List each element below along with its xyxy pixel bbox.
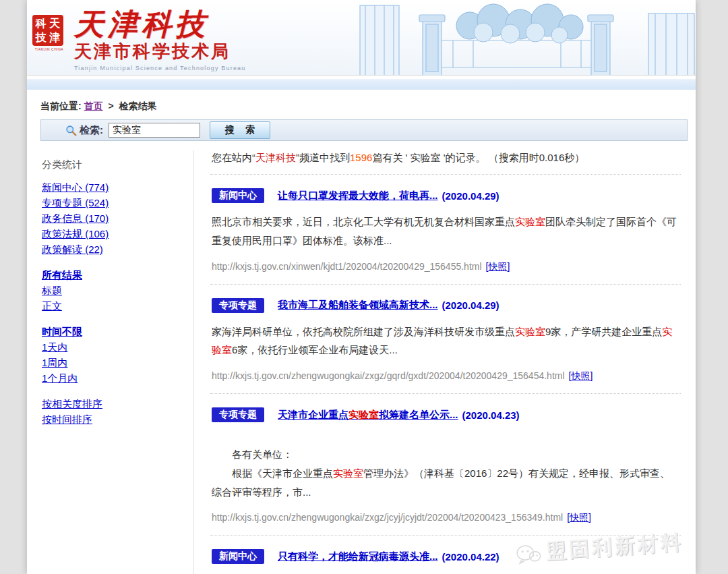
sidebar-list-item: 标题 xyxy=(42,285,187,296)
sidebar-sort-link[interactable]: 按相关度排序 xyxy=(42,398,102,409)
search-label: 检索: xyxy=(80,124,103,137)
sidebar-sort-link[interactable]: 按时间排序 xyxy=(42,413,92,425)
snippet-text: 照北京市相关要求，近日，北京化工大学有机无机复合材料国家重点 xyxy=(212,216,515,227)
result-category-badge: 专项专题 xyxy=(212,407,264,422)
result-category-badge: 专项专题 xyxy=(212,298,264,313)
result-url: http://kxjs.tj.gov.cn/zhengwugongkai/zxg… xyxy=(212,512,563,523)
snippet-text: 天津市企业重点 xyxy=(278,409,348,420)
keyword-highlight: 实验室 xyxy=(333,467,363,479)
category-list: 新闻中心 (774)专项专题 (524)政务信息 (170)政策法规 (106)… xyxy=(42,182,187,255)
keyword-highlight: 实验室 xyxy=(515,216,545,227)
seal-char: 科 xyxy=(34,17,48,30)
seal-char: 津 xyxy=(49,31,62,45)
result-url: http://kxjs.tj.gov.cn/xinwen/kjdt1/20200… xyxy=(212,261,482,272)
result-url-row: http://kxjs.tj.gov.cn/xinwen/kjdt1/20200… xyxy=(212,261,681,273)
sort-list: 按相关度排序按时间排序 xyxy=(42,399,187,425)
sidebar-list-item: 专项专题 (524) xyxy=(42,198,187,208)
snippet-text: 6家，依托行业领军企业布局建设天... xyxy=(232,344,398,355)
sidebar-list-item: 时间不限 xyxy=(42,326,187,337)
snippet-text: 家海洋局科研单位，依托高校院所组建了涉及海洋科技研发市级重点 xyxy=(212,326,515,337)
search-result-item: 新闻中心只有科学，才能给新冠病毒源头准...(2020.04.22)究论文，可称… xyxy=(210,536,681,574)
result-category-badge: 新闻中心 xyxy=(212,188,264,203)
result-snippet: 各有关单位：根据《天津市企业重点实验室管理办法》（津科基〔2016〕22号）有关… xyxy=(212,445,679,501)
sidebar-list-item: 1天内 xyxy=(42,342,187,353)
search-button[interactable]: 搜 索 xyxy=(210,121,270,139)
seal-logo-icon: 科天技津 TIANJIN CHINA xyxy=(32,15,66,51)
sidebar-category-link[interactable]: 政策解读 (22) xyxy=(42,243,103,255)
result-snippet: 家海洋局科研单位，依托高校院所组建了涉及海洋科技研发市级重点实验室9家，产学研共… xyxy=(212,322,679,360)
sidebar-time-filter-link[interactable]: 1周内 xyxy=(42,357,67,368)
result-title-link[interactable]: 我市海工及船舶装备领域高新技术... xyxy=(278,299,438,312)
sidebar-stats-title: 分类统计 xyxy=(42,159,187,171)
sidebar-list-item: 1周内 xyxy=(42,357,187,368)
snippet-text: 9家，产学研共建企业重点 xyxy=(545,326,662,337)
sidebar: 分类统计 新闻中心 (774)专项专题 (524)政务信息 (170)政策法规 … xyxy=(27,150,194,574)
sidebar-list-item: 政策法规 (106) xyxy=(42,229,187,239)
sidebar-list-item: 政务信息 (170) xyxy=(42,213,187,224)
sidebar-category-link[interactable]: 政务信息 (170) xyxy=(42,212,109,224)
result-title-link[interactable]: 天津市企业重点实验室拟筹建名单公示... xyxy=(278,409,458,422)
breadcrumb-separator: > xyxy=(108,101,113,111)
search-result-item: 新闻中心让每只口罩发挥最大效能，荷电再...(2020.04.29)照北京市相关… xyxy=(210,175,681,285)
site-name: 天津科技 xyxy=(74,9,246,40)
sidebar-list-item: 政策解读 (22) xyxy=(42,244,187,255)
result-title-link[interactable]: 让每只口罩发挥最大效能，荷电再... xyxy=(278,190,438,202)
result-snippet: 照北京市相关要求，近日，北京化工大学有机无机复合材料国家重点实验室团队牵头制定了… xyxy=(212,212,679,250)
sidebar-scope-link[interactable]: 标题 xyxy=(42,285,62,296)
result-category-badge: 新闻中心 xyxy=(212,549,264,564)
result-date: (2020.04.23) xyxy=(462,409,520,421)
page: 科天技津 TIANJIN CHINA 天津科技 天津市科学技术局 Tianjin… xyxy=(27,0,696,574)
snippet-text: 让每只口罩发挥最大效能，荷电再... xyxy=(278,190,438,201)
snippet-text: 只有科学，才能给新冠病毒源头准... xyxy=(278,550,438,562)
search-results: 您在站内“天津科技”频道中找到1596篇有关 ' 实验室 '的记录。 （搜索用时… xyxy=(194,150,696,574)
snippet-text: 根据《天津市企业重点 xyxy=(232,467,333,479)
sidebar-time-filter-link[interactable]: 1个月内 xyxy=(42,372,78,384)
header-divider-band xyxy=(27,79,696,90)
breadcrumb-home-link[interactable]: 首页 xyxy=(84,101,103,111)
site-logo: 科天技津 TIANJIN CHINA 天津科技 天津市科学技术局 Tianjin… xyxy=(32,9,246,71)
result-date: (2020.04.22) xyxy=(442,551,499,563)
result-date: (2020.04.29) xyxy=(442,190,499,202)
sidebar-time-filter-link[interactable]: 时间不限 xyxy=(42,326,82,337)
result-date: (2020.04.29) xyxy=(442,299,499,311)
site-header: 科天技津 TIANJIN CHINA 天津科技 天津市科学技术局 Tianjin… xyxy=(27,0,696,76)
time-filter-list: 时间不限1天内1周内1个月内 xyxy=(42,326,187,384)
sidebar-list-item: 按相关度排序 xyxy=(42,399,187,409)
sidebar-list-item: 新闻中心 (774) xyxy=(42,182,187,193)
snapshot-link[interactable]: [快照] xyxy=(567,512,591,523)
sidebar-list-item: 按时间排序 xyxy=(42,414,187,425)
sidebar-time-filter-link[interactable]: 1天内 xyxy=(42,341,67,353)
keyword-highlight: 实验室 xyxy=(515,326,545,337)
snippet-text: 拟筹建名单公示... xyxy=(379,409,458,420)
snapshot-link[interactable]: [快照] xyxy=(569,370,593,381)
search-result-item: 专项专题天津市企业重点实验室拟筹建名单公示...(2020.04.23)各有关单… xyxy=(210,394,681,536)
sidebar-list-item: 所有结果 xyxy=(42,270,187,281)
content: 分类统计 新闻中心 (774)专项专题 (524)政务信息 (170)政策法规 … xyxy=(27,141,696,574)
breadcrumb-label: 当前位置: xyxy=(40,101,82,111)
sidebar-category-link[interactable]: 新闻中心 (774) xyxy=(42,181,109,193)
result-url: http://kxjs.tj.gov.cn/zhengwugongkai/zxg… xyxy=(212,370,565,381)
search-input[interactable] xyxy=(109,123,200,138)
results-summary: 您在站内“天津科技”频道中找到1596篇有关 ' 实验室 '的记录。 （搜索用时… xyxy=(210,150,681,175)
scope-list: 所有结果标题正文 xyxy=(42,270,187,312)
bureau-name: 天津市科学技术局 xyxy=(74,40,246,62)
seal-caption: TIANJIN CHINA xyxy=(32,47,66,51)
result-url-row: http://kxjs.tj.gov.cn/zhengwugongkai/zxg… xyxy=(212,512,681,524)
sidebar-category-link[interactable]: 政策法规 (106) xyxy=(42,228,109,239)
result-title-link[interactable]: 只有科学，才能给新冠病毒源头准... xyxy=(278,550,438,563)
sidebar-scope-link[interactable]: 所有结果 xyxy=(42,269,82,281)
sidebar-list-item: 1个月内 xyxy=(42,373,187,384)
keyword-highlight: 实验室 xyxy=(348,409,379,420)
bureau-name-english: Tianjin Municipal Science and Technology… xyxy=(74,65,246,71)
breadcrumb: 当前位置: 首页 > 检索结果 xyxy=(27,90,696,118)
building-sketch-image xyxy=(359,0,696,76)
snapshot-link[interactable]: [快照] xyxy=(486,261,510,272)
sidebar-list-item: 正文 xyxy=(42,301,187,312)
result-url-row: http://kxjs.tj.gov.cn/zhengwugongkai/zxg… xyxy=(212,370,681,382)
seal-char: 天 xyxy=(49,17,62,30)
sidebar-scope-link[interactable]: 正文 xyxy=(42,300,62,312)
snippet-text: 各有关单位： xyxy=(232,449,293,460)
sidebar-category-link[interactable]: 专项专题 (524) xyxy=(42,197,109,208)
summary-channel: 天津科技 xyxy=(255,152,296,163)
results-list: 新闻中心让每只口罩发挥最大效能，荷电再...(2020.04.29)照北京市相关… xyxy=(210,175,681,574)
